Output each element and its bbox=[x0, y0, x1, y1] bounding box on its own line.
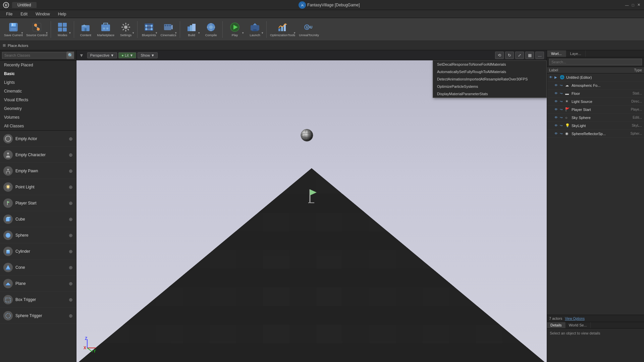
list-item[interactable]: Cylinder ⊕ bbox=[0, 243, 76, 259]
nav-icon: ↪ bbox=[560, 100, 565, 103]
viewport-dropdown-icon[interactable]: ▼ bbox=[79, 53, 84, 58]
menu-edit[interactable]: Edit bbox=[17, 11, 31, 17]
build-btn[interactable]: Build ▼ bbox=[182, 20, 201, 39]
visibility-icon: 👁 bbox=[554, 100, 560, 103]
list-item[interactable]: Cone ⊕ bbox=[0, 259, 76, 276]
outliner-footer: 7 actors View Options bbox=[547, 315, 644, 322]
actor-name-empty-actor: Empty Actor bbox=[15, 136, 66, 141]
settings-btn[interactable]: Settings ▼ bbox=[116, 20, 135, 39]
source-control-btn[interactable]: Source Control ▼ bbox=[25, 20, 49, 39]
dropdown-item-5[interactable]: DisplayMaterialParameterStats bbox=[433, 90, 546, 98]
list-item[interactable]: Empty Pawn ⊕ bbox=[0, 163, 76, 179]
outliner-item-skylight[interactable]: 👁 ↪ 💡 SkyLight SkyL... bbox=[547, 122, 644, 130]
list-item[interactable]: Plane ⊕ bbox=[0, 276, 76, 292]
play-btn[interactable]: Play ▼ bbox=[225, 20, 245, 39]
list-item[interactable]: Sphere Trigger ⊕ bbox=[0, 308, 76, 324]
place-actors-bar: ⊞ Place Actors bbox=[0, 41, 644, 50]
player-start-actor bbox=[305, 188, 318, 204]
outliner-item-sphere-reflector[interactable]: 👁 ↪ ◉ SphereReflectorSp... Spher... bbox=[547, 130, 644, 138]
cinematics-btn[interactable]: Cinematics ▼ bbox=[159, 20, 178, 39]
outliner-item-light-source[interactable]: 👁 ↪ ☀ Light Source Direc... bbox=[547, 98, 644, 106]
actor-plus-icon: ⊕ bbox=[69, 281, 73, 286]
lit-btn[interactable]: ● Lit ▼ bbox=[118, 52, 136, 58]
outliner-item-untitled[interactable]: 👁 ▶ 🌐 Untitled (Editor) bbox=[547, 73, 644, 81]
view-options-link[interactable]: View Options bbox=[565, 317, 585, 320]
outliner-search-input[interactable] bbox=[549, 59, 642, 65]
close-btn[interactable]: ✕ bbox=[637, 3, 641, 7]
dropdown-item-3[interactable]: DetectAnimationsImportedAtResampleRateOv… bbox=[433, 75, 546, 83]
source-arrow-icon: ▼ bbox=[45, 32, 48, 35]
sphere-icon bbox=[300, 128, 314, 143]
show-btn[interactable]: Show ▼ bbox=[138, 52, 157, 58]
search-classes-input[interactable] bbox=[2, 52, 67, 59]
content-label: Content bbox=[80, 33, 91, 37]
content-btn[interactable]: Content bbox=[76, 20, 95, 39]
viewport-mode-btn-3[interactable]: ⤢ bbox=[515, 52, 524, 59]
outliner-item-atmosphere[interactable]: 👁 ↪ ☁ Atmospheric Fo... bbox=[547, 81, 644, 89]
outliner-item-sky-sphere[interactable]: 👁 ↪ ○ Sky Sphere Editi... bbox=[547, 114, 644, 122]
outliner-item-floor[interactable]: 👁 ↪ ▬ Floor Stati... bbox=[547, 89, 644, 98]
cinematics-arrow-icon: ▼ bbox=[174, 32, 177, 35]
sphere-reflector-icon: ◉ bbox=[565, 131, 571, 136]
details-tab[interactable]: Details bbox=[547, 322, 566, 328]
category-cinematic[interactable]: Cinematic bbox=[0, 87, 76, 96]
svg-rect-16 bbox=[101, 24, 110, 31]
category-geometry[interactable]: Geometry bbox=[0, 104, 76, 113]
dropdown-item-1[interactable]: SetDecalResponseToNoneForAllMaterials bbox=[433, 61, 546, 68]
category-all-classes[interactable]: All Classes bbox=[0, 122, 76, 130]
titlebar: U Untitled ⚔ FantasyVillage [DebugGame] … bbox=[0, 0, 644, 10]
actor-name-cube: Cube bbox=[15, 217, 66, 222]
search-btn[interactable]: 🔍 bbox=[67, 52, 74, 59]
menu-file[interactable]: File bbox=[3, 11, 16, 17]
optimization-tools-btn[interactable]: OptimizationTools ▼ bbox=[269, 20, 297, 39]
unreal-to-unity-btn[interactable]: U U UnrealToUnity bbox=[297, 20, 321, 39]
viewport-mode-btn-4[interactable]: ▦ bbox=[525, 52, 534, 59]
list-item[interactable]: Cube ⊕ bbox=[0, 211, 76, 227]
menu-window[interactable]: Window bbox=[32, 11, 53, 17]
outliner-search bbox=[547, 57, 644, 67]
marketplace-btn[interactable]: Marketplace bbox=[96, 20, 116, 39]
minimize-btn[interactable]: — bbox=[625, 3, 629, 7]
list-item[interactable]: Sphere ⊕ bbox=[0, 227, 76, 243]
blueprints-icon bbox=[144, 22, 154, 33]
category-volumes[interactable]: Volumes bbox=[0, 113, 76, 122]
svg-rect-15 bbox=[85, 28, 87, 31]
list-item[interactable]: Box Trigger ⊕ bbox=[0, 292, 76, 308]
outliner-item-player-start[interactable]: 👁 ↪ 🚩 Player Start Playe... bbox=[547, 106, 644, 114]
blueprints-btn[interactable]: Blueprints ▼ bbox=[140, 20, 158, 39]
axis-svg: Z X Y bbox=[83, 335, 102, 354]
world-outliner-tab[interactable]: Worl... bbox=[547, 50, 566, 57]
dropdown-menu[interactable]: SetDecalResponseToNoneForAllMaterials Au… bbox=[433, 60, 547, 98]
source-control-label: Source Control bbox=[26, 33, 47, 37]
world-settings-tab[interactable]: World Se... bbox=[566, 322, 591, 328]
category-recently-placed[interactable]: Recently Placed bbox=[0, 61, 76, 69]
dropdown-item-2[interactable]: AutomaticallySetFullyRoughToAllMaterials bbox=[433, 68, 546, 75]
outliner-item-type: Spher... bbox=[622, 132, 642, 135]
category-visual-effects[interactable]: Visual Effects bbox=[0, 96, 76, 104]
layers-tab[interactable]: Laye... bbox=[566, 50, 586, 57]
viewport[interactable]: ▼ Perspective ▼ ● Lit ▼ Show ▼ ⟲ ↻ ⤢ ▦ … bbox=[76, 50, 547, 362]
actor-name-plane: Plane bbox=[15, 281, 66, 286]
viewport-mode-btn-1[interactable]: ⟲ bbox=[495, 52, 504, 59]
svg-point-7 bbox=[34, 24, 37, 26]
category-basic[interactable]: Basic bbox=[0, 69, 76, 78]
modes-btn[interactable]: Modes ▼ bbox=[53, 20, 72, 39]
title-tab[interactable]: Untitled bbox=[12, 2, 37, 8]
category-lights[interactable]: Lights bbox=[0, 78, 76, 87]
maximize-btn[interactable]: □ bbox=[631, 3, 635, 7]
svg-point-17 bbox=[103, 27, 105, 29]
actor-plus-icon: ⊕ bbox=[69, 184, 73, 190]
list-item[interactable]: Player Start ⊕ bbox=[0, 195, 76, 211]
perspective-btn[interactable]: Perspective ▼ bbox=[87, 52, 117, 58]
menu-help[interactable]: Help bbox=[55, 11, 70, 17]
list-item[interactable]: Empty Actor ⊕ bbox=[0, 131, 76, 147]
compile-btn[interactable]: Compile bbox=[202, 20, 220, 39]
viewport-more-btn[interactable]: … bbox=[535, 52, 544, 59]
viewport-content[interactable]: Z X Y SetDecalResponseToNoneForAllMateri… bbox=[76, 60, 547, 362]
list-item[interactable]: Empty Character ⊕ bbox=[0, 147, 76, 163]
list-item[interactable]: Point Light ⊕ bbox=[0, 179, 76, 195]
save-current-btn[interactable]: Save Current ▼ bbox=[3, 20, 24, 39]
viewport-mode-btn-2[interactable]: ↻ bbox=[505, 52, 514, 59]
launch-btn[interactable]: Launch ▼ bbox=[246, 20, 264, 39]
dropdown-item-4[interactable]: OptimizeParticleSystems bbox=[433, 83, 546, 90]
